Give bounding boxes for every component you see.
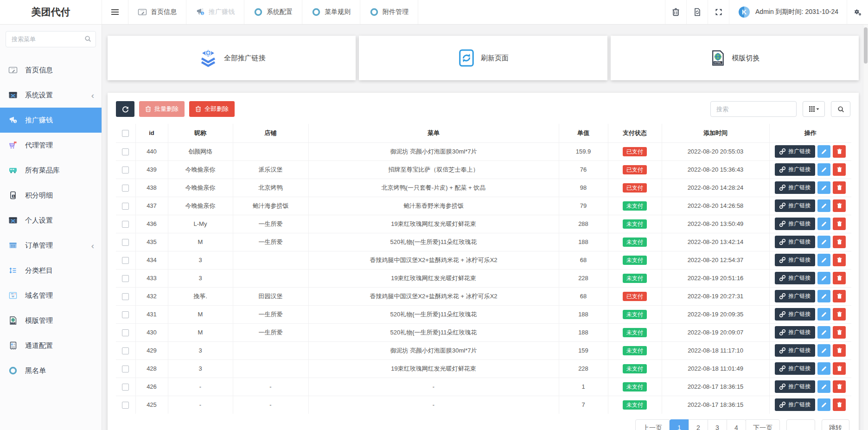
column-header-7[interactable]: 操作: [769, 124, 851, 142]
promo-link-button[interactable]: 推广链接: [775, 344, 815, 357]
row-checkbox[interactable]: [122, 275, 129, 282]
edit-button[interactable]: [817, 380, 830, 393]
edit-button[interactable]: [817, 290, 830, 302]
next-page-button[interactable]: 下一页: [746, 419, 780, 430]
promo-link-button[interactable]: 推广链接: [775, 380, 815, 393]
edit-button[interactable]: [817, 398, 830, 411]
edit-button[interactable]: [817, 326, 830, 339]
row-checkbox[interactable]: [122, 221, 129, 228]
promo-link-button[interactable]: 推广链接: [775, 145, 815, 158]
trash-icon[interactable]: [665, 0, 686, 24]
delete-button[interactable]: [833, 398, 846, 411]
admin-account[interactable]: K Admin 到期时间: 2031-10-24: [729, 0, 847, 24]
table-search-input[interactable]: [710, 101, 797, 117]
row-checkbox[interactable]: [122, 366, 129, 372]
delete-button[interactable]: [833, 199, 846, 212]
promo-link-button[interactable]: 推广链接: [775, 326, 815, 339]
delete-button[interactable]: [833, 218, 846, 230]
jump-button[interactable]: 跳转: [822, 419, 849, 430]
promo-link-button[interactable]: 推广链接: [775, 308, 815, 321]
promo-link-button[interactable]: 推广链接: [775, 290, 815, 302]
page-button-2[interactable]: 2: [689, 419, 708, 430]
card-template-switch[interactable]: HTML模版切换: [611, 36, 859, 80]
column-header-0[interactable]: id: [135, 124, 168, 142]
edit-button[interactable]: [817, 344, 830, 357]
page-button-4[interactable]: 4: [727, 419, 746, 430]
sidebar-item-points-detail[interactable]: $积分明细: [0, 183, 102, 208]
fullscreen-icon[interactable]: [708, 0, 729, 24]
edit-button[interactable]: [817, 236, 830, 248]
column-toggle-button[interactable]: [803, 101, 825, 117]
edit-button[interactable]: [817, 254, 830, 266]
promo-link-button[interactable]: 推广链接: [775, 254, 815, 266]
page-button-3[interactable]: 3: [708, 419, 727, 430]
row-checkbox[interactable]: [122, 185, 129, 192]
page-button-1[interactable]: 1: [670, 419, 689, 430]
row-checkbox[interactable]: [122, 239, 129, 246]
sidebar-item-template-manage[interactable]: HTML模版管理: [0, 308, 102, 333]
edit-button[interactable]: [817, 199, 830, 212]
sidebar-item-agent-manage[interactable]: 代理管理: [0, 133, 102, 158]
edit-button[interactable]: [817, 272, 830, 284]
edit-button[interactable]: [817, 145, 830, 158]
sidebar-item-dish-library[interactable]: 所有菜品库: [0, 158, 102, 183]
delete-button[interactable]: [833, 145, 846, 158]
nav-tab-promo-earn[interactable]: $推广赚钱: [186, 0, 244, 24]
batch-delete-button[interactable]: 批量删除: [139, 101, 185, 117]
page-scrollbar[interactable]: [863, 25, 868, 430]
row-checkbox[interactable]: [122, 293, 129, 300]
row-checkbox[interactable]: [122, 311, 129, 318]
edit-button[interactable]: [817, 308, 830, 321]
nav-tab-home-info[interactable]: 首页信息: [128, 0, 186, 24]
sidebar-item-channel-config[interactable]: $通道配置: [0, 333, 102, 358]
edit-button[interactable]: [817, 362, 830, 375]
delete-button[interactable]: [833, 290, 846, 302]
sidebar-item-blacklist[interactable]: 黑名单: [0, 358, 102, 383]
column-header-4[interactable]: 单值: [559, 124, 608, 142]
nav-tab-system-config[interactable]: 系统配置: [244, 0, 302, 24]
sidebar-item-home-info[interactable]: 首页信息: [0, 58, 102, 83]
refresh-button[interactable]: [116, 101, 134, 117]
sidebar-item-domain-manage[interactable]: w域名管理: [0, 283, 102, 308]
sidebar-item-personal-settings[interactable]: 个人设置: [0, 208, 102, 233]
sidebar-item-order-manage[interactable]: 订单管理‹: [0, 233, 102, 258]
promo-link-button[interactable]: 推广链接: [775, 218, 815, 230]
sidebar-item-category-list[interactable]: 分类栏目: [0, 258, 102, 283]
card-all-promo-links[interactable]: 全部推广链接: [108, 36, 356, 80]
delete-button[interactable]: [833, 326, 846, 339]
select-all-checkbox[interactable]: [122, 130, 129, 137]
row-checkbox[interactable]: [122, 402, 129, 409]
promo-link-button[interactable]: 推广链接: [775, 272, 815, 284]
promo-link-button[interactable]: 推广链接: [775, 398, 815, 411]
promo-link-button[interactable]: 推广链接: [775, 181, 815, 194]
jump-page-input[interactable]: [786, 419, 815, 430]
row-checkbox[interactable]: [122, 384, 129, 391]
column-header-1[interactable]: 昵称: [168, 124, 233, 142]
delete-button[interactable]: [833, 362, 846, 375]
nav-tab-attachment-manage[interactable]: 附件管理: [360, 0, 418, 24]
card-refresh-page[interactable]: 刷新页面: [359, 36, 607, 80]
delete-button[interactable]: [833, 380, 846, 393]
delete-button[interactable]: [833, 272, 846, 284]
row-checkbox[interactable]: [122, 148, 129, 155]
row-checkbox[interactable]: [122, 329, 129, 336]
row-checkbox[interactable]: [122, 347, 129, 354]
delete-all-button[interactable]: 全部删除: [189, 101, 235, 117]
gear-icon[interactable]: [847, 0, 868, 24]
edit-button[interactable]: [817, 163, 830, 176]
promo-link-button[interactable]: 推广链接: [775, 362, 815, 375]
delete-button[interactable]: [833, 308, 846, 321]
column-header-2[interactable]: 店铺: [233, 124, 308, 142]
column-header-6[interactable]: 添加时间: [662, 124, 769, 142]
clear-cache-icon[interactable]: [686, 0, 708, 24]
sidebar-item-system-settings[interactable]: 系统设置‹: [0, 83, 102, 108]
row-checkbox[interactable]: [122, 167, 129, 173]
nav-tab-menu-rules[interactable]: 菜单规则: [302, 0, 360, 24]
column-header-3[interactable]: 菜单: [308, 124, 559, 142]
delete-button[interactable]: [833, 254, 846, 266]
sidebar-item-promo-earn[interactable]: $推广赚钱: [0, 108, 102, 133]
promo-link-button[interactable]: 推广链接: [775, 236, 815, 248]
delete-button[interactable]: [833, 344, 846, 357]
delete-button[interactable]: [833, 236, 846, 248]
row-checkbox[interactable]: [122, 257, 129, 264]
